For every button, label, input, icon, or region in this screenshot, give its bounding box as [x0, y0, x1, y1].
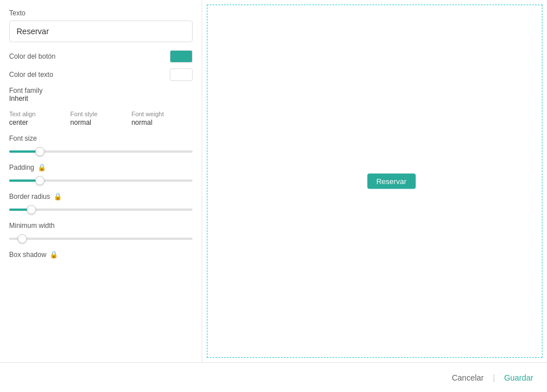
- text-align-value: center: [9, 119, 66, 126]
- padding-section: Padding 🔒: [9, 164, 193, 183]
- left-panel: Texto Color del botón Color del texto Fo…: [0, 0, 202, 362]
- text-align-item: Text align center: [9, 111, 70, 126]
- box-shadow-lock-icon: 🔒: [50, 251, 58, 259]
- font-family-value: Inherit: [9, 95, 193, 103]
- border-radius-label: Border radius: [9, 193, 50, 201]
- border-radius-section: Border radius 🔒: [9, 193, 193, 213]
- font-style-value: normal: [70, 119, 126, 126]
- footer: Cancelar | Guardar: [0, 362, 547, 392]
- font-family-label: Font family: [9, 87, 193, 95]
- minimum-width-slider[interactable]: [9, 238, 193, 240]
- color-boton-label: Color del botón: [9, 52, 55, 60]
- color-boton-row: Color del botón: [9, 50, 193, 63]
- color-texto-swatch[interactable]: [170, 68, 193, 81]
- padding-label: Padding: [9, 164, 34, 172]
- color-boton-swatch[interactable]: [170, 50, 193, 63]
- footer-divider: |: [493, 373, 495, 382]
- preview-panel: Reservar: [207, 5, 542, 358]
- font-weight-item: Font weight normal: [132, 111, 193, 126]
- texto-input[interactable]: [9, 21, 193, 42]
- preview-button[interactable]: Reservar: [367, 174, 415, 189]
- box-shadow-label: Box shadow: [9, 251, 46, 259]
- font-weight-label: Font weight: [132, 111, 188, 117]
- font-style-item: Font style normal: [70, 111, 131, 126]
- font-style-label: Font style: [70, 111, 126, 117]
- border-radius-lock-icon: 🔒: [54, 193, 62, 201]
- text-align-label: Text align: [9, 111, 66, 117]
- minimum-width-section: Minimum width: [9, 222, 193, 242]
- padding-lock-icon: 🔒: [38, 164, 46, 172]
- font-size-label: Font size: [9, 134, 37, 142]
- padding-slider[interactable]: [9, 179, 193, 182]
- texto-label: Texto: [9, 9, 193, 17]
- font-size-section: Font size: [9, 134, 193, 154]
- border-radius-slider[interactable]: [9, 209, 193, 211]
- color-texto-row: Color del texto: [9, 68, 193, 81]
- font-family-section: Font family Inherit: [9, 87, 193, 103]
- font-size-slider[interactable]: [9, 150, 193, 153]
- box-shadow-section: Box shadow 🔒: [9, 251, 193, 259]
- font-weight-value: normal: [132, 119, 188, 126]
- minimum-width-label: Minimum width: [9, 222, 55, 230]
- text-style-row: Text align center Font style normal Font…: [9, 111, 193, 126]
- color-texto-label: Color del texto: [9, 71, 53, 79]
- cancel-button[interactable]: Cancelar: [452, 373, 484, 382]
- save-button[interactable]: Guardar: [504, 373, 533, 382]
